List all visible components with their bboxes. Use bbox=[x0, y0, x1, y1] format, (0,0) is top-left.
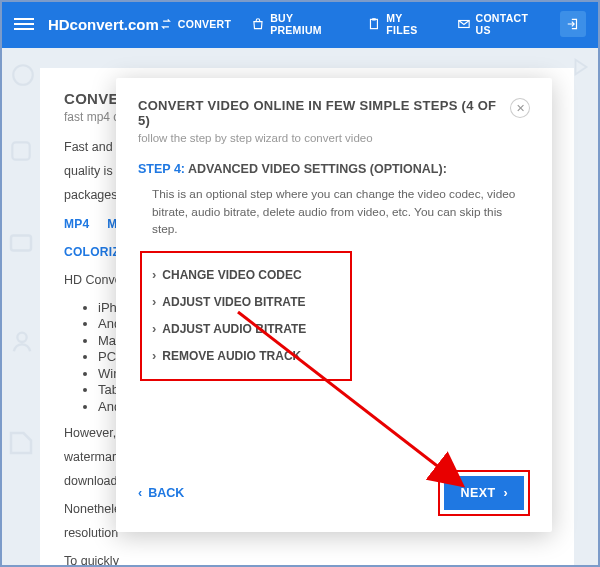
svg-rect-5 bbox=[11, 236, 31, 251]
chevron-left-icon: ‹ bbox=[138, 486, 142, 500]
option-label: ADJUST VIDEO BITRATE bbox=[162, 295, 305, 309]
close-button[interactable]: ✕ bbox=[510, 98, 530, 118]
nav-buy-label: BUY PREMIUM bbox=[270, 12, 347, 36]
svg-rect-0 bbox=[371, 19, 378, 28]
svg-rect-1 bbox=[373, 18, 376, 20]
bag-icon bbox=[251, 17, 265, 31]
option-adjust-video-bitrate[interactable]: › ADJUST VIDEO BITRATE bbox=[152, 288, 340, 315]
wizard-modal: CONVERT VIDEO ONLINE IN FEW SIMPLE STEPS… bbox=[116, 78, 552, 532]
back-button[interactable]: ‹ BACK bbox=[138, 486, 184, 500]
signin-icon bbox=[566, 17, 580, 31]
next-button-highlight: NEXT › bbox=[438, 470, 530, 516]
option-remove-audio-track[interactable]: › REMOVE AUDIO TRACK bbox=[152, 342, 340, 369]
step-number: STEP 4: bbox=[138, 162, 185, 176]
chevron-right-icon: › bbox=[152, 294, 156, 309]
nav-convert[interactable]: CONVERT bbox=[159, 12, 231, 36]
modal-subtitle: follow the step by step wizard to conver… bbox=[138, 132, 510, 144]
option-change-video-codec[interactable]: › CHANGE VIDEO CODEC bbox=[152, 261, 340, 288]
nav-files-label: MY FILES bbox=[386, 12, 436, 36]
svg-point-3 bbox=[13, 65, 33, 85]
step-description: This is an optional step where you can c… bbox=[152, 186, 522, 239]
step-label: STEP 4: ADVANCED VIDEO SETTINGS (OPTIONA… bbox=[138, 162, 530, 176]
option-label: ADJUST AUDIO BITRATE bbox=[162, 322, 306, 336]
nav-contact-label: CONTACT US bbox=[476, 12, 547, 36]
tab-mp4[interactable]: MP4 bbox=[64, 217, 90, 231]
swap-icon bbox=[159, 17, 173, 31]
nav-my-files[interactable]: MY FILES bbox=[367, 12, 436, 36]
top-nav: CONVERT BUY PREMIUM MY FILES CONTACT US bbox=[159, 12, 546, 36]
nav-buy-premium[interactable]: BUY PREMIUM bbox=[251, 12, 347, 36]
step-title: ADVANCED VIDEO SETTINGS (OPTIONAL): bbox=[188, 162, 447, 176]
option-label: REMOVE AUDIO TRACK bbox=[162, 349, 301, 363]
top-bar: HDconvert.com CONVERT BUY PREMIUM MY FIL… bbox=[0, 0, 600, 48]
svg-rect-4 bbox=[12, 142, 29, 159]
menu-icon[interactable] bbox=[14, 15, 34, 33]
chevron-right-icon: › bbox=[152, 321, 156, 336]
advanced-options-highlight: › CHANGE VIDEO CODEC › ADJUST VIDEO BITR… bbox=[140, 251, 352, 381]
clipboard-icon bbox=[367, 17, 381, 31]
brand-title[interactable]: HDconvert.com bbox=[48, 16, 159, 33]
mail-icon bbox=[457, 17, 471, 31]
nav-convert-label: CONVERT bbox=[178, 18, 231, 30]
close-icon: ✕ bbox=[516, 102, 525, 115]
option-label: CHANGE VIDEO CODEC bbox=[162, 268, 301, 282]
signin-button[interactable] bbox=[560, 11, 586, 37]
back-label: BACK bbox=[148, 486, 184, 500]
chevron-right-icon: › bbox=[152, 267, 156, 282]
option-adjust-audio-bitrate[interactable]: › ADJUST AUDIO BITRATE bbox=[152, 315, 340, 342]
nav-contact-us[interactable]: CONTACT US bbox=[457, 12, 547, 36]
modal-title: CONVERT VIDEO ONLINE IN FEW SIMPLE STEPS… bbox=[138, 98, 510, 128]
next-label: NEXT bbox=[460, 486, 495, 500]
next-button[interactable]: NEXT › bbox=[444, 476, 524, 510]
chevron-right-icon: › bbox=[152, 348, 156, 363]
chevron-right-icon: › bbox=[503, 486, 508, 500]
